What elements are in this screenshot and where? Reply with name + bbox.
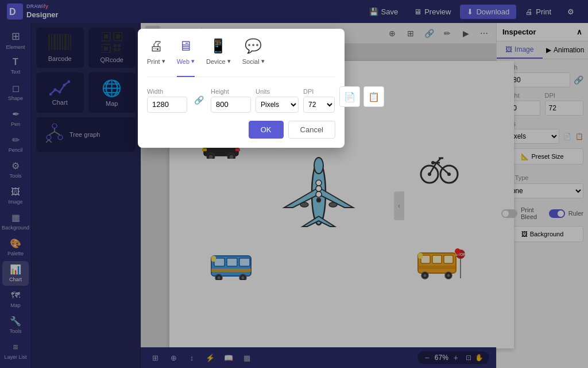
modal-height-field: Height <box>211 88 251 113</box>
modal-tab-social[interactable]: 💬 Social ▾ <box>242 38 265 70</box>
social-modal-icon: 💬 <box>245 38 262 54</box>
print-modal-icon: 🖨 <box>149 38 163 54</box>
modal-tab-device[interactable]: 📱 Device ▾ <box>206 38 231 70</box>
modal-dpi-select[interactable]: 72 96 150 300 <box>303 97 335 113</box>
modal-units-select[interactable]: Pixels Inches <box>256 97 299 113</box>
social-dropdown-icon: ▾ <box>261 57 265 65</box>
print-dropdown-icon: ▾ <box>162 57 165 65</box>
modal-units-field: Units Pixels Inches <box>256 88 299 113</box>
web-modal-icon: 🖥 <box>179 38 192 54</box>
modal-tabs: 🖨 Print ▾ 🖥 Web ▾ 📱 Device ▾ <box>147 38 335 77</box>
modal-file-new-btn[interactable]: 📄 <box>339 86 360 107</box>
download-modal: 🖨 Print ▾ 🖥 Web ▾ 📱 Device ▾ <box>138 29 345 148</box>
device-modal-icon: 📱 <box>210 38 227 54</box>
modal-tab-web[interactable]: 🖥 Web ▾ <box>177 38 195 70</box>
modal-width-field: Width <box>147 88 187 113</box>
web-dropdown-icon: ▾ <box>191 57 195 65</box>
modal-fields: Width 🔗 Height Units Pixels Inches DPI 7… <box>147 86 335 114</box>
modal-overlay[interactable]: 🖨 Print ▾ 🖥 Web ▾ 📱 Device ▾ <box>0 0 588 368</box>
modal-link-icon[interactable]: 🔗 <box>194 95 204 105</box>
modal-file-save-btn[interactable]: 📋 <box>363 86 384 107</box>
modal-dpi-field: DPI 72 96 150 300 <box>303 88 335 113</box>
modal-file-btns: 📄 📋 <box>339 86 384 107</box>
modal-cancel-btn[interactable]: Cancel <box>288 121 335 139</box>
modal-width-input[interactable] <box>147 97 187 113</box>
modal-height-input[interactable] <box>211 97 251 113</box>
modal-tab-print[interactable]: 🖨 Print ▾ <box>147 38 165 70</box>
device-dropdown-icon: ▾ <box>227 57 231 65</box>
modal-actions: OK Cancel <box>147 121 335 139</box>
modal-ok-btn[interactable]: OK <box>249 121 284 139</box>
